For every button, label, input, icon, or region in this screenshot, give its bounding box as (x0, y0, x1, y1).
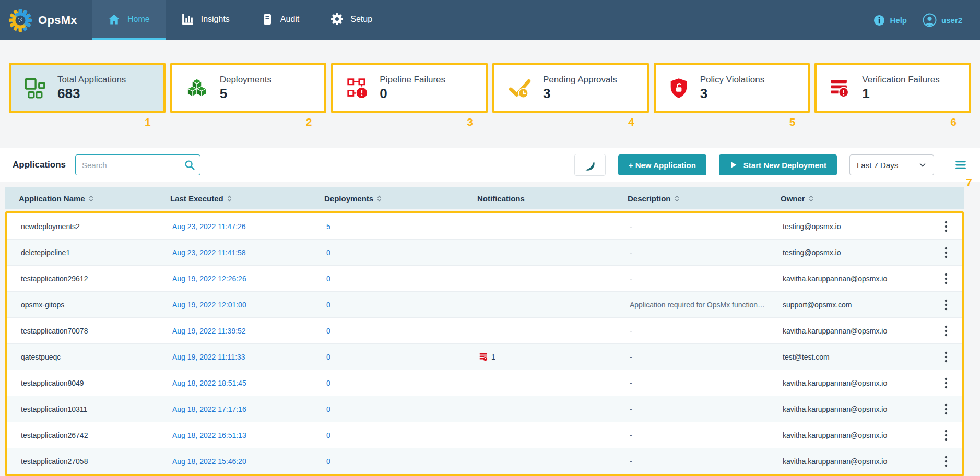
deployments-cell[interactable]: 0 (321, 379, 474, 387)
table-row[interactable]: newdeployments2 Aug 23, 2022 11:47:26 5 … (7, 213, 962, 240)
table-row[interactable]: testapplication26742 Aug 18, 2022 16:51:… (7, 422, 962, 448)
policy-violations-card[interactable]: Policy Violations 3 (654, 63, 810, 113)
chart-toggle-button[interactable] (574, 154, 606, 176)
tab-home[interactable]: Home (92, 0, 166, 40)
new-application-button[interactable]: + New Application (618, 154, 706, 175)
home-icon (108, 13, 121, 26)
notification-indicator[interactable]: 1 (479, 353, 495, 361)
start-new-deployment-button[interactable]: Start New Deployment (719, 154, 837, 175)
row-actions-button[interactable] (930, 221, 962, 232)
table-row[interactable]: qatestpueqc Aug 19, 2022 11:11:33 0 1 - … (7, 344, 962, 370)
sort-icon[interactable] (227, 195, 232, 203)
column-header-application-name[interactable]: Application Name (14, 194, 165, 203)
sort-icon[interactable] (809, 195, 813, 203)
total-applications-card[interactable]: Total Applications 683 (9, 63, 166, 113)
user-label: user2 (941, 16, 962, 25)
table-body-highlight-box: 7 newdeployments2 Aug 23, 2022 11:47:26 … (5, 211, 964, 476)
application-name-cell[interactable]: newdeployments2 (16, 222, 167, 231)
last-executed-cell[interactable]: Aug 23, 2022 11:47:26 (167, 222, 321, 231)
table-row[interactable]: testapplication29612 Aug 19, 2022 12:26:… (7, 266, 962, 292)
card-label: Policy Violations (700, 75, 764, 85)
deployments-cell[interactable]: 0 (321, 248, 474, 257)
tab-home-label: Home (127, 15, 150, 24)
row-actions-button[interactable] (930, 299, 962, 311)
brand[interactable]: OpsMx (0, 0, 92, 40)
application-name-cell[interactable]: opsmx-gitops (16, 301, 167, 309)
list-error-icon (830, 79, 850, 98)
toolbar-actions: + New Application Start New Deployment L… (574, 154, 967, 176)
table-row[interactable]: testapplication70078 Aug 19, 2022 11:39:… (7, 318, 962, 344)
row-actions-button[interactable] (930, 403, 962, 415)
help-label: Help (890, 16, 907, 25)
last-executed-cell[interactable]: Aug 18, 2022 17:17:16 (167, 405, 321, 413)
deployments-cell[interactable]: 0 (321, 405, 474, 413)
deployments-cell[interactable]: 0 (321, 275, 474, 283)
play-icon (729, 161, 738, 169)
application-name-cell[interactable]: testapplication10311 (16, 405, 167, 413)
tab-insights[interactable]: Insights (166, 0, 245, 40)
last-executed-cell[interactable]: Aug 19, 2022 12:26:26 (167, 275, 321, 283)
pipeline-error-icon (347, 78, 368, 99)
column-header-description[interactable]: Description (622, 194, 775, 203)
search-icon[interactable] (184, 159, 195, 171)
last-executed-cell[interactable]: Aug 18, 2022 16:51:13 (167, 431, 321, 439)
row-actions-button[interactable] (930, 377, 962, 389)
owner-cell: testing@opsmx.io (777, 222, 930, 231)
row-actions-button[interactable] (930, 247, 962, 258)
list-view-menu-button[interactable] (954, 158, 967, 172)
row-actions-button[interactable] (930, 273, 962, 284)
deployments-cell[interactable]: 5 (321, 222, 474, 231)
pipeline-failures-card[interactable]: Pipeline Failures 0 (331, 63, 488, 113)
table-row[interactable]: deletepipeline1 Aug 23, 2022 11:41:58 0 … (7, 240, 962, 266)
sort-icon[interactable] (377, 195, 382, 203)
row-actions-button[interactable] (930, 325, 962, 337)
sort-icon[interactable] (89, 195, 93, 203)
help-button[interactable]: Help (873, 15, 907, 26)
row-actions-button[interactable] (930, 456, 962, 467)
application-name-cell[interactable]: testapplication27058 (16, 457, 167, 466)
column-header-owner[interactable]: Owner (775, 194, 932, 203)
date-range-value: Last 7 Days (857, 161, 898, 170)
cubes-icon (186, 78, 208, 98)
row-actions-button[interactable] (930, 430, 962, 441)
annotation-badge-6: 6 (814, 116, 971, 129)
application-name-cell[interactable]: testapplication70078 (16, 327, 167, 335)
search-input[interactable] (75, 154, 200, 175)
application-name-cell[interactable]: testapplication26742 (16, 431, 167, 439)
table-row[interactable]: testapplication27058 Aug 18, 2022 15:46:… (7, 448, 962, 474)
last-executed-cell[interactable]: Aug 19, 2022 12:01:00 (167, 301, 321, 309)
last-executed-cell[interactable]: Aug 23, 2022 11:41:58 (167, 248, 321, 257)
last-executed-cell[interactable]: Aug 18, 2022 15:46:20 (167, 457, 321, 466)
deployments-cell[interactable]: 0 (321, 327, 474, 335)
table-row[interactable]: opsmx-gitops Aug 19, 2022 12:01:00 0 App… (7, 292, 962, 318)
owner-cell: testing@opsmx.io (777, 248, 930, 257)
deployments-cell[interactable]: 0 (321, 431, 474, 439)
row-actions-button[interactable] (930, 351, 962, 363)
deployments-cell[interactable]: 0 (321, 353, 474, 361)
column-header-last-executed[interactable]: Last Executed (165, 194, 319, 203)
application-name-cell[interactable]: deletepipeline1 (16, 248, 167, 257)
deployments-cell[interactable]: 0 (321, 301, 474, 309)
tab-audit[interactable]: Audit (245, 0, 315, 40)
stat-card-total-applications: Total Applications 683 1 (9, 63, 166, 129)
verification-failures-card[interactable]: Verification Failures 1 (814, 63, 971, 113)
last-executed-cell[interactable]: Aug 18, 2022 18:51:45 (167, 379, 321, 387)
date-range-select[interactable]: Last 7 Days (849, 154, 934, 175)
deployments-card[interactable]: Deployments 5 (170, 63, 327, 113)
application-name-cell[interactable]: testapplication8049 (16, 379, 167, 387)
card-label: Total Applications (57, 75, 126, 85)
table-row[interactable]: testapplication10311 Aug 18, 2022 17:17:… (7, 396, 962, 422)
application-name-cell[interactable]: qatestpueqc (16, 353, 167, 361)
pending-approvals-card[interactable]: Pending Approvals 3 (492, 63, 649, 113)
kebab-menu-icon (944, 403, 948, 415)
sort-icon[interactable] (675, 195, 679, 203)
last-executed-cell[interactable]: Aug 19, 2022 11:39:52 (167, 327, 321, 335)
user-menu[interactable]: user2 (923, 13, 962, 27)
card-value: 3 (543, 86, 617, 102)
last-executed-cell[interactable]: Aug 19, 2022 11:11:33 (167, 353, 321, 361)
column-header-deployments[interactable]: Deployments (319, 194, 472, 203)
table-row[interactable]: testapplication8049 Aug 18, 2022 18:51:4… (7, 370, 962, 396)
application-name-cell[interactable]: testapplication29612 (16, 275, 167, 283)
deployments-cell[interactable]: 0 (321, 457, 474, 466)
tab-setup[interactable]: Setup (315, 0, 388, 40)
